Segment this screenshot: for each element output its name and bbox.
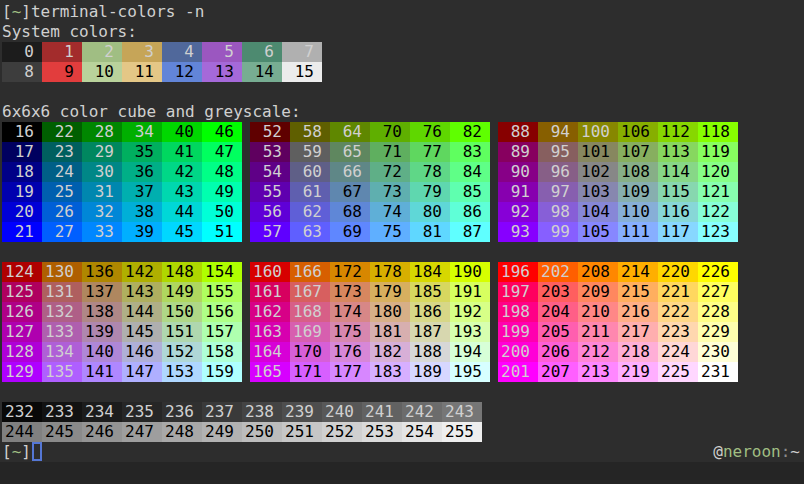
color-cell-228: 228 bbox=[698, 302, 738, 322]
color-cell-85: 85 bbox=[450, 182, 490, 202]
color-cell-128: 128 bbox=[2, 342, 42, 362]
color-cell-138: 138 bbox=[82, 302, 122, 322]
color-cell-197: 197 bbox=[498, 282, 538, 302]
color-cell-153: 153 bbox=[162, 362, 202, 382]
color-cell-116: 116 bbox=[658, 202, 698, 222]
color-cell-89: 89 bbox=[498, 142, 538, 162]
color-cell-96: 96 bbox=[538, 162, 578, 182]
color-cell-166: 166 bbox=[290, 262, 330, 282]
color-cell-247: 247 bbox=[122, 422, 162, 442]
color-cell-175: 175 bbox=[330, 322, 370, 342]
color-cell-107: 107 bbox=[618, 142, 658, 162]
palette-row: 161167173179185191 bbox=[250, 282, 490, 302]
color-cell-207: 207 bbox=[538, 362, 578, 382]
color-cell-162: 162 bbox=[250, 302, 290, 322]
color-cell-92: 92 bbox=[498, 202, 538, 222]
cube-block-88-123: 8894100106112118899510110711311990961021… bbox=[498, 122, 738, 242]
prompt-tilde: ~ bbox=[12, 2, 22, 21]
color-cell-132: 132 bbox=[42, 302, 82, 322]
cube-blocks-top: 1622283440461723293541471824303642481925… bbox=[2, 122, 802, 242]
color-cell-198: 198 bbox=[498, 302, 538, 322]
color-cell-191: 191 bbox=[450, 282, 490, 302]
palette-row: 197203209215221227 bbox=[498, 282, 738, 302]
color-cell-219: 219 bbox=[618, 362, 658, 382]
color-cell-95: 95 bbox=[538, 142, 578, 162]
palette-row: 163169175181187193 bbox=[250, 322, 490, 342]
color-cell-110: 110 bbox=[618, 202, 658, 222]
color-cell-254: 254 bbox=[402, 422, 442, 442]
color-cell-249: 249 bbox=[202, 422, 242, 442]
color-cell-74: 74 bbox=[370, 202, 410, 222]
color-cell-17: 17 bbox=[2, 142, 42, 162]
color-cell-30: 30 bbox=[82, 162, 122, 182]
color-cell-101: 101 bbox=[578, 142, 618, 162]
color-cell-212: 212 bbox=[578, 342, 618, 362]
color-cell-11: 11 bbox=[122, 62, 162, 82]
color-cell-119: 119 bbox=[698, 142, 738, 162]
color-cell-234: 234 bbox=[82, 402, 122, 422]
color-cell-186: 186 bbox=[410, 302, 450, 322]
color-cell-1: 1 bbox=[42, 42, 82, 62]
color-cell-8: 8 bbox=[2, 62, 42, 82]
color-cell-102: 102 bbox=[578, 162, 618, 182]
color-cell-120: 120 bbox=[698, 162, 738, 182]
terminal[interactable]: [~]terminal-colors -n System colors: 012… bbox=[2, 2, 802, 462]
color-cell-114: 114 bbox=[658, 162, 698, 182]
color-cell-146: 146 bbox=[122, 342, 162, 362]
color-cell-159: 159 bbox=[202, 362, 242, 382]
color-cell-215: 215 bbox=[618, 282, 658, 302]
palette-row: 200206212218224230 bbox=[498, 342, 738, 362]
color-cell-39: 39 bbox=[122, 222, 162, 242]
palette-row: 8995101107113119 bbox=[498, 142, 738, 162]
color-cell-253: 253 bbox=[362, 422, 402, 442]
color-cell-189: 189 bbox=[410, 362, 450, 382]
color-cell-40: 40 bbox=[162, 122, 202, 142]
color-cell-16: 16 bbox=[2, 122, 42, 142]
color-cell-91: 91 bbox=[498, 182, 538, 202]
palette-row: 89101112131415 bbox=[2, 62, 802, 82]
color-cell-72: 72 bbox=[370, 162, 410, 182]
color-cell-208: 208 bbox=[578, 262, 618, 282]
color-cell-115: 115 bbox=[658, 182, 698, 202]
palette-row: 202632384450 bbox=[2, 202, 242, 222]
color-cell-105: 105 bbox=[578, 222, 618, 242]
right-status: @neroon:~ bbox=[713, 442, 800, 462]
color-cell-127: 127 bbox=[2, 322, 42, 342]
color-cell-252: 252 bbox=[322, 422, 362, 442]
color-cell-34: 34 bbox=[122, 122, 162, 142]
color-cell-157: 157 bbox=[202, 322, 242, 342]
color-cell-62: 62 bbox=[290, 202, 330, 222]
color-cell-230: 230 bbox=[698, 342, 738, 362]
palette-row: 126132138144150156 bbox=[2, 302, 242, 322]
color-cell-136: 136 bbox=[82, 262, 122, 282]
palette-row: 556167737985 bbox=[250, 182, 490, 202]
palette-row: 172329354147 bbox=[2, 142, 242, 162]
cube-label: 6x6x6 color cube and greyscale: bbox=[2, 102, 802, 122]
color-cell-76: 76 bbox=[410, 122, 450, 142]
color-cell-29: 29 bbox=[82, 142, 122, 162]
color-cell-133: 133 bbox=[42, 322, 82, 342]
color-cell-216: 216 bbox=[618, 302, 658, 322]
cube-blocks-bottom: 1241301361421481541251311371431491551261… bbox=[2, 262, 802, 382]
palette-row: 199205211217223229 bbox=[498, 322, 738, 342]
color-cell-41: 41 bbox=[162, 142, 202, 162]
color-cell-70: 70 bbox=[370, 122, 410, 142]
color-cell-204: 204 bbox=[538, 302, 578, 322]
color-cell-32: 32 bbox=[82, 202, 122, 222]
color-cell-83: 83 bbox=[450, 142, 490, 162]
color-cell-145: 145 bbox=[122, 322, 162, 342]
color-cell-155: 155 bbox=[202, 282, 242, 302]
color-cell-44: 44 bbox=[162, 202, 202, 222]
color-cell-246: 246 bbox=[82, 422, 122, 442]
terminal-cursor[interactable] bbox=[32, 442, 42, 461]
palette-row: 8894100106112118 bbox=[498, 122, 738, 142]
color-cell-130: 130 bbox=[42, 262, 82, 282]
color-cell-224: 224 bbox=[658, 342, 698, 362]
color-cell-20: 20 bbox=[2, 202, 42, 222]
color-cell-137: 137 bbox=[82, 282, 122, 302]
color-cell-46: 46 bbox=[202, 122, 242, 142]
color-cell-129: 129 bbox=[2, 362, 42, 382]
color-cell-158: 158 bbox=[202, 342, 242, 362]
color-cell-14: 14 bbox=[242, 62, 282, 82]
command-text: terminal-colors -n bbox=[31, 2, 204, 21]
